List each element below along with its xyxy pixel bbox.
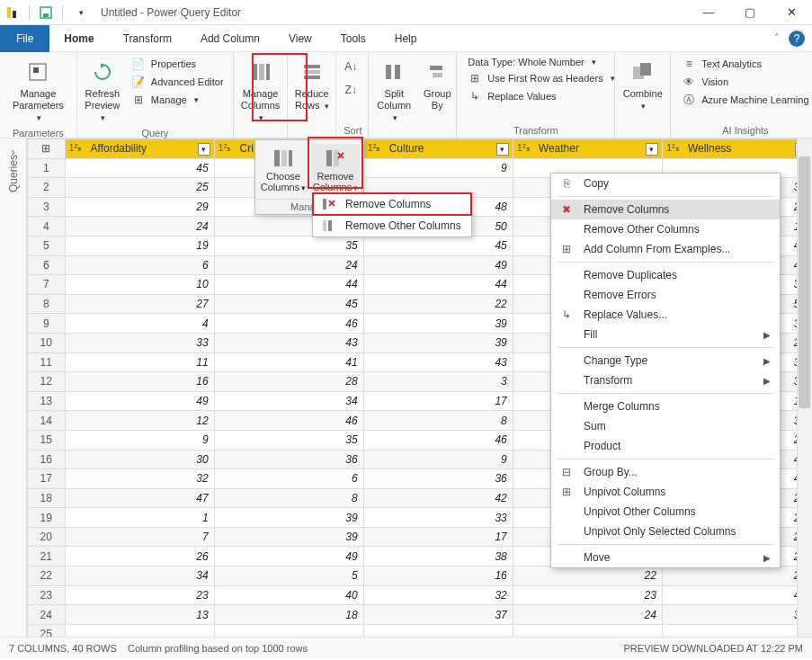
cell[interactable]: 47 bbox=[65, 488, 214, 508]
cell[interactable]: 10 bbox=[65, 275, 214, 295]
collapse-ribbon-icon[interactable]: ˄ bbox=[774, 32, 780, 44]
cell[interactable]: 8 bbox=[214, 488, 363, 508]
cell[interactable]: 33 bbox=[363, 508, 513, 528]
remove-other-columns-item[interactable]: Remove Other Columns bbox=[313, 215, 471, 236]
row-number[interactable]: 5 bbox=[28, 236, 66, 255]
row-number[interactable]: 9 bbox=[28, 314, 66, 334]
first-row-headers-button[interactable]: ⊞Use First Row as Headers ▾ bbox=[464, 70, 618, 86]
replace-values-button[interactable]: ↳Replace Values bbox=[464, 88, 618, 104]
cm-transform[interactable]: Transform▶ bbox=[551, 370, 780, 390]
cm-sum[interactable]: Sum bbox=[551, 416, 780, 436]
cell[interactable]: 39 bbox=[662, 605, 811, 625]
cell[interactable]: 22 bbox=[363, 294, 513, 314]
vision-button[interactable]: 👁Vision bbox=[678, 74, 812, 90]
cm-remove-other[interactable]: Remove Other Columns bbox=[551, 219, 780, 239]
col-weather[interactable]: 1²₃Weather▾ bbox=[513, 139, 662, 159]
cell[interactable]: 32 bbox=[65, 469, 214, 489]
choose-columns-button[interactable]: Choose Columns▾ bbox=[259, 144, 308, 195]
cell[interactable]: 45 bbox=[214, 294, 363, 314]
cell[interactable]: 23 bbox=[513, 585, 662, 605]
split-column-button[interactable]: Split Column ▾ bbox=[376, 56, 412, 126]
cell[interactable]: 39 bbox=[363, 314, 513, 334]
cell[interactable]: 1 bbox=[65, 508, 214, 528]
group-by-button[interactable]: Group By bbox=[419, 56, 455, 113]
cm-product[interactable]: Product bbox=[551, 436, 780, 456]
cell[interactable]: 46 bbox=[363, 430, 513, 450]
cm-unpivot[interactable]: ⊞Unpivot Columns bbox=[551, 482, 780, 502]
scroll-thumb[interactable] bbox=[799, 156, 810, 408]
cell[interactable]: 34 bbox=[65, 566, 214, 586]
cell[interactable]: 24 bbox=[513, 605, 662, 625]
row-number[interactable]: 17 bbox=[28, 469, 66, 489]
manage-columns-button[interactable]: Manage Columns ▾ bbox=[236, 56, 285, 126]
cm-add-from-examples[interactable]: ⊞Add Column From Examples... bbox=[551, 239, 780, 259]
remove-columns-button[interactable]: Remove Columns▾ bbox=[311, 144, 360, 195]
row-number[interactable]: 23 bbox=[28, 585, 66, 605]
table-row[interactable]: 25 bbox=[28, 624, 812, 637]
row-number[interactable]: 18 bbox=[28, 488, 66, 508]
cell[interactable]: 46 bbox=[214, 411, 363, 431]
cell[interactable]: 42 bbox=[363, 488, 513, 508]
maximize-button[interactable]: ▢ bbox=[729, 0, 771, 25]
cell[interactable]: 49 bbox=[363, 255, 513, 275]
cell[interactable]: 33 bbox=[65, 333, 214, 352]
tab-view[interactable]: View bbox=[274, 25, 326, 52]
cell[interactable]: 19 bbox=[65, 236, 214, 255]
row-number[interactable]: 11 bbox=[28, 352, 66, 372]
tab-transform[interactable]: Transform bbox=[109, 25, 186, 52]
tab-addcolumn[interactable]: Add Column bbox=[186, 25, 274, 52]
row-number[interactable]: 22 bbox=[28, 566, 66, 586]
cell[interactable]: 16 bbox=[65, 372, 214, 392]
col-affordability[interactable]: 1²₃Affordability▾ bbox=[65, 139, 214, 159]
text-analytics-button[interactable]: ≡Text Analytics bbox=[678, 56, 812, 72]
cell[interactable]: 39 bbox=[214, 508, 363, 528]
manage-parameters-button[interactable]: Manage Parameters ▾ bbox=[7, 56, 69, 126]
cell[interactable]: 9 bbox=[65, 430, 214, 450]
cm-unpivot-selected[interactable]: Unpivot Only Selected Columns bbox=[551, 522, 780, 541]
cm-merge-columns[interactable]: Merge Columns bbox=[551, 397, 780, 416]
cell[interactable]: 32 bbox=[363, 585, 513, 605]
cell[interactable]: 17 bbox=[363, 527, 513, 547]
row-number[interactable]: 10 bbox=[28, 333, 66, 352]
cell[interactable]: 44 bbox=[363, 275, 513, 295]
cell[interactable]: 49 bbox=[214, 547, 363, 566]
cell[interactable] bbox=[214, 624, 363, 637]
row-number[interactable]: 25 bbox=[28, 624, 66, 637]
cell[interactable]: 36 bbox=[214, 450, 363, 469]
cell[interactable]: 17 bbox=[363, 391, 513, 411]
cell[interactable]: 24 bbox=[214, 255, 363, 275]
tab-tools[interactable]: Tools bbox=[326, 25, 380, 52]
cell[interactable]: 13 bbox=[65, 605, 214, 625]
table-row[interactable]: 22345162223 bbox=[28, 566, 812, 586]
row-number[interactable]: 21 bbox=[28, 547, 66, 566]
tab-home[interactable]: Home bbox=[49, 25, 108, 52]
cell[interactable]: 8 bbox=[363, 411, 513, 431]
row-number[interactable]: 15 bbox=[28, 430, 66, 450]
col-culture[interactable]: 1²₃Culture▾ bbox=[363, 139, 513, 159]
cell[interactable]: 37 bbox=[363, 605, 513, 625]
cm-remove-duplicates[interactable]: Remove Duplicates bbox=[551, 265, 780, 285]
row-number[interactable]: 19 bbox=[28, 508, 66, 528]
sort-desc-icon[interactable]: Z↓ bbox=[344, 79, 358, 101]
row-number[interactable]: 7 bbox=[28, 275, 66, 295]
cell[interactable]: 45 bbox=[363, 236, 513, 255]
save-icon[interactable] bbox=[39, 5, 53, 20]
data-type-button[interactable]: Data Type: Whole Number ▾ bbox=[464, 56, 618, 68]
cell[interactable]: 35 bbox=[214, 430, 363, 450]
cell[interactable]: 35 bbox=[214, 236, 363, 255]
row-number[interactable]: 12 bbox=[28, 372, 66, 392]
cell[interactable]: 16 bbox=[363, 566, 513, 586]
cell[interactable] bbox=[363, 624, 513, 637]
tab-help[interactable]: Help bbox=[380, 25, 432, 52]
cell[interactable]: 23 bbox=[65, 585, 214, 605]
cell[interactable]: 11 bbox=[65, 352, 214, 372]
row-number[interactable]: 3 bbox=[28, 197, 66, 217]
cm-unpivot-other[interactable]: Unpivot Other Columns bbox=[551, 502, 780, 522]
cm-fill[interactable]: Fill▶ bbox=[551, 325, 780, 344]
combine-button[interactable]: Combine▾ bbox=[622, 56, 663, 114]
row-number[interactable]: 6 bbox=[28, 255, 66, 275]
close-button[interactable]: ✕ bbox=[771, 0, 812, 25]
cell[interactable]: 28 bbox=[214, 372, 363, 392]
cell[interactable]: 43 bbox=[214, 333, 363, 352]
advanced-editor-button[interactable]: 📝Advanced Editor bbox=[128, 74, 228, 90]
